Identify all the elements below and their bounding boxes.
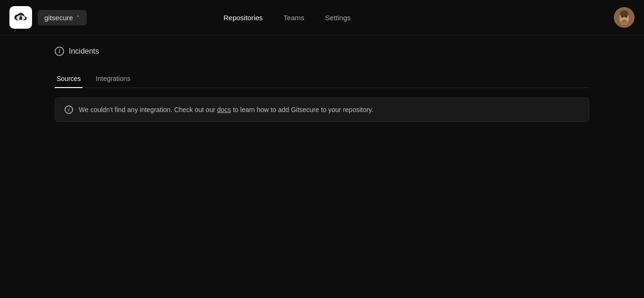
svg-point-9 bbox=[620, 10, 628, 17]
avatar-image bbox=[614, 7, 635, 28]
nav-link-settings[interactable]: Settings bbox=[315, 9, 361, 26]
svg-point-10 bbox=[620, 21, 628, 25]
avatar[interactable] bbox=[614, 7, 635, 28]
alert-text-after: to learn how to add Gitsecure to your re… bbox=[231, 106, 373, 113]
org-name: gitsecure bbox=[44, 14, 73, 22]
alert-message: We couldn't find any integration. Check … bbox=[79, 106, 373, 113]
chevron-down-icon: ⌃ bbox=[76, 15, 80, 21]
svg-rect-2 bbox=[19, 17, 22, 20]
alert-box: i We couldn't find any integration. Chec… bbox=[55, 97, 589, 122]
logo-area[interactable]: gitsecure ⌃ bbox=[9, 6, 87, 29]
alert-info-icon: i bbox=[65, 105, 73, 114]
tab-integrations[interactable]: Integrations bbox=[94, 70, 132, 88]
nav-link-repositories[interactable]: Repositories bbox=[213, 9, 273, 26]
nav-links: Repositories Teams Settings bbox=[213, 9, 361, 26]
incidents-header: i Incidents bbox=[55, 47, 589, 61]
logo-box bbox=[9, 6, 32, 29]
alert-text-before: We couldn't find any integration. Check … bbox=[79, 106, 217, 113]
incidents-title: Incidents bbox=[69, 47, 99, 56]
nav-link-teams[interactable]: Teams bbox=[273, 9, 314, 26]
main-content: i Incidents Sources Integrations i We co… bbox=[0, 35, 644, 133]
tab-sources[interactable]: Sources bbox=[55, 70, 83, 88]
org-selector-button[interactable]: gitsecure ⌃ bbox=[38, 10, 87, 25]
tabs: Sources Integrations bbox=[55, 70, 589, 88]
logo-icon bbox=[14, 10, 28, 24]
docs-link[interactable]: docs bbox=[217, 106, 231, 113]
info-icon: i bbox=[55, 47, 64, 56]
navbar: gitsecure ⌃ Repositories Teams Settings bbox=[0, 0, 644, 35]
